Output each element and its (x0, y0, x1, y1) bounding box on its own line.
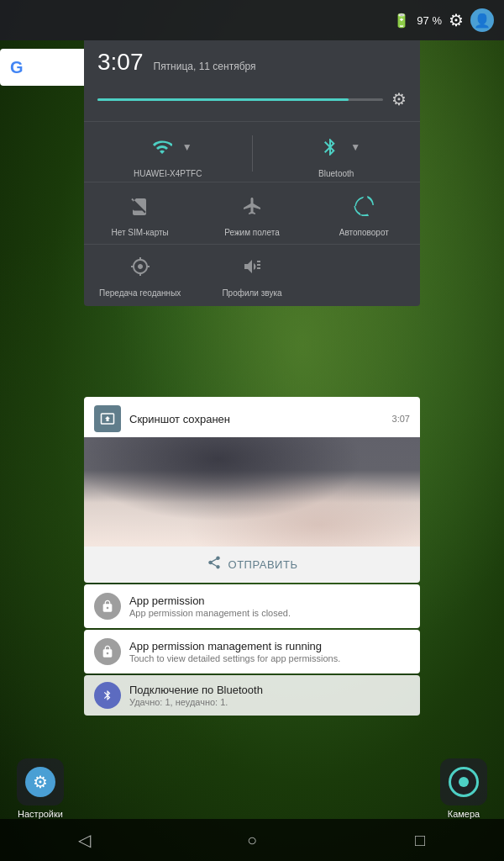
wifi-icon (144, 129, 181, 166)
airplane-toggle[interactable]: Режим полета (196, 188, 307, 237)
settings-gear-icon[interactable]: ⚙ (449, 10, 464, 30)
recent-icon: □ (415, 831, 425, 850)
bluetooth-toggle[interactable]: ▼ Bluetooth (253, 129, 421, 178)
app-permission-running-notification[interactable]: App permission management is running Tou… (84, 630, 420, 673)
wifi-label: HUAWEI-X4PTFC (134, 169, 202, 178)
camera-icon-dock (449, 767, 479, 797)
status-bar: 🔋 97 % ⚙ 👤 (0, 0, 504, 40)
home-icon: ○ (247, 831, 257, 850)
quick-settings-panel: 3:07 Пятница, 11 сентября ⚙ ▼ HUAWEI-X4P… (84, 40, 420, 306)
notif-header-screenshot: Скриншот сохранен 3:07 (84, 397, 420, 437)
navigation-bar: ◁ ○ □ (0, 819, 504, 861)
bluetooth-notif-body: Удачно: 1, неудачно: 1. (129, 697, 410, 707)
back-icon: ◁ (78, 830, 91, 850)
app-permission-closed-notification[interactable]: App permission App permission management… (84, 584, 420, 628)
app-permission-text-closed: App permission App permission management… (129, 594, 410, 618)
wifi-dropdown-arrow[interactable]: ▼ (182, 141, 192, 153)
status-bar-right: 🔋 97 % ⚙ 👤 (393, 8, 494, 32)
screenshot-notif-title: Скриншот сохранен (129, 413, 384, 425)
brightness-slider[interactable] (97, 98, 383, 101)
airplane-icon (234, 188, 270, 224)
app-permission-title: App permission (129, 594, 410, 607)
home-button[interactable]: ○ (235, 823, 269, 857)
screenshot-notif-icon (94, 405, 121, 432)
app-permission-body: App permission management is closed. (129, 608, 410, 618)
app-permission-icon (94, 593, 121, 620)
notifications-area: Скриншот сохранен 3:07 ОТПРАВИТЬ App per… (84, 397, 420, 716)
bluetooth-notification[interactable]: Подключение по Bluetooth Удачно: 1, неуд… (84, 675, 420, 716)
camera-dock-icon-wrap (440, 758, 487, 806)
bluetooth-icon (312, 129, 349, 166)
bluetooth-notif-text: Подключение по Bluetooth Удачно: 1, неуд… (129, 684, 410, 707)
geodata-toggle[interactable]: Передача геоданных (84, 248, 196, 298)
back-button[interactable]: ◁ (67, 823, 101, 857)
screenshot-notif-time: 3:07 (392, 414, 410, 424)
main-toggles-row: ▼ HUAWEI-X4PTFC ▼ Bluetooth (84, 121, 420, 182)
camera-lens (459, 777, 469, 787)
google-logo: G (10, 58, 24, 77)
screenshot-notification[interactable]: Скриншот сохранен 3:07 ОТПРАВИТЬ (84, 397, 420, 583)
sound-icon (234, 248, 270, 285)
settings-dock-icon-wrap: ⚙ (17, 758, 64, 806)
bluetooth-notif-icon (94, 682, 121, 709)
geodata-icon (122, 248, 159, 285)
brightness-row[interactable]: ⚙ (84, 77, 420, 121)
settings-gear-icon-dock: ⚙ (25, 767, 55, 797)
bluetooth-label: Bluetooth (318, 169, 354, 178)
camera-dock-item[interactable]: Камера (440, 758, 487, 819)
sound-profiles-toggle[interactable]: Профили звука (196, 248, 307, 298)
bluetooth-dropdown-arrow[interactable]: ▼ (350, 141, 360, 153)
brightness-fill (97, 98, 349, 101)
user-avatar[interactable]: 👤 (470, 8, 494, 32)
autorotate-icon (345, 188, 382, 224)
camera-dock-label: Камера (448, 809, 480, 819)
nosim-label: Нет SIM-карты (112, 228, 169, 237)
battery-text: 97 % (417, 14, 442, 27)
app-permission-running-icon (94, 638, 121, 665)
clock-date: Пятница, 11 сентября (154, 61, 256, 72)
nosim-toggle[interactable]: Нет SIM-карты (84, 188, 196, 237)
recent-apps-button[interactable]: □ (403, 823, 437, 857)
third-toggles-row: Передача геоданных Профили звука (84, 244, 420, 306)
share-icon (207, 555, 222, 574)
notif-send-action[interactable]: ОТПРАВИТЬ (84, 547, 420, 583)
autorotate-label: Автоповорот (339, 228, 389, 237)
settings-dock-item[interactable]: ⚙ Настройки (17, 758, 64, 819)
sound-profiles-label: Профили звука (222, 288, 281, 298)
app-permission-running-body: Touch to view detailed settings for app … (129, 653, 410, 663)
avatar-icon: 👤 (474, 13, 491, 29)
screenshot-preview-image (84, 437, 420, 547)
airplane-label: Режим полета (224, 228, 279, 237)
geodata-label: Передача геоданных (99, 288, 181, 298)
wifi-toggle[interactable]: ▼ HUAWEI-X4PTFC (84, 129, 252, 178)
secondary-toggles-row: Нет SIM-карты Режим полета Автоповорот (84, 182, 420, 244)
autorotate-toggle[interactable]: Автоповорот (308, 188, 420, 237)
battery-icon: 🔋 (393, 13, 410, 29)
send-action-label[interactable]: ОТПРАВИТЬ (228, 558, 298, 571)
bluetooth-notif-title: Подключение по Bluetooth (129, 684, 410, 696)
brightness-icon: ⚙ (391, 89, 407, 109)
nosim-icon (122, 188, 159, 224)
app-permission-running-title: App permission management is running (129, 640, 410, 652)
app-permission-running-text: App permission management is running Tou… (129, 640, 410, 663)
clock-time: 3:07 (97, 49, 144, 76)
settings-dock-label: Настройки (18, 809, 63, 819)
